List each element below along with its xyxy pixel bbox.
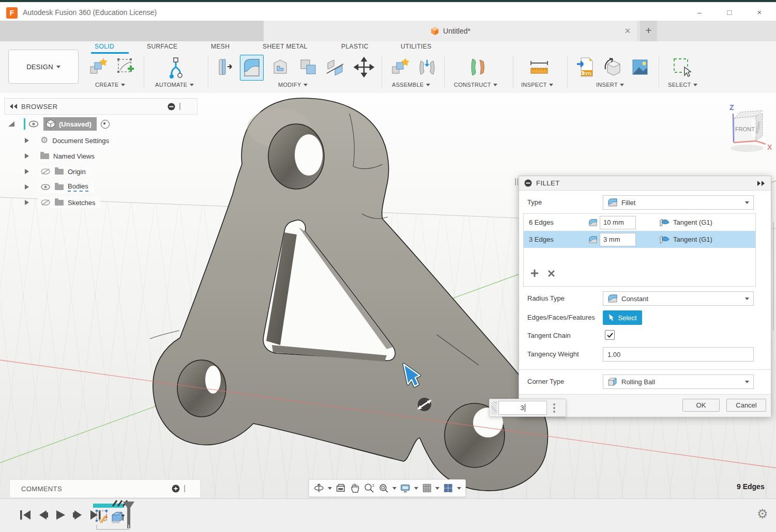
- eye-off-icon[interactable]: [40, 168, 51, 175]
- viewports-caret-icon[interactable]: [457, 487, 461, 490]
- cancel-button[interactable]: Cancel: [726, 399, 766, 412]
- group-automate[interactable]: AUTOMATE: [155, 82, 194, 88]
- shell-icon[interactable]: [269, 55, 292, 80]
- workspace-switcher[interactable]: DESIGN: [8, 50, 79, 84]
- radius-type-dropdown[interactable]: Constant: [603, 291, 754, 306]
- panel-grip[interactable]: [179, 103, 180, 110]
- comments-panel-header[interactable]: COMMENTS: [9, 479, 201, 498]
- dialog-grip[interactable]: [514, 178, 518, 187]
- play-icon[interactable]: [54, 508, 67, 522]
- browser-row-named-views[interactable]: Named Views: [25, 149, 100, 163]
- group-modify[interactable]: MODIFY: [278, 82, 308, 88]
- construct-plane-icon[interactable]: [466, 55, 489, 80]
- dialog-minimize-icon[interactable]: [524, 179, 532, 187]
- step-back-icon[interactable]: [36, 508, 50, 522]
- tangency-weight-input[interactable]: 1.00: [603, 347, 754, 362]
- look-at-icon[interactable]: [335, 482, 346, 494]
- orbit-icon[interactable]: [313, 482, 325, 494]
- new-solid-icon[interactable]: [87, 55, 110, 80]
- create-sketch-icon[interactable]: [114, 55, 136, 80]
- maximize-button[interactable]: □: [722, 7, 737, 19]
- expand-closed-icon[interactable]: [25, 200, 29, 205]
- expand-closed-icon[interactable]: [25, 169, 29, 174]
- eye-off-icon[interactable]: [40, 199, 51, 206]
- radius-value-field[interactable]: 3: [498, 401, 547, 415]
- browser-row-document-settings[interactable]: ⚙ Document Settings: [25, 133, 114, 148]
- expand-dialog-icon[interactable]: [756, 180, 766, 186]
- add-selection-set-icon[interactable]: [530, 269, 539, 278]
- panel-minimize-icon[interactable]: [168, 103, 175, 111]
- automate-icon[interactable]: [164, 55, 187, 80]
- document-tab[interactable]: Untitled*: [264, 21, 637, 41]
- joint-icon[interactable]: [416, 55, 438, 80]
- split-body-icon[interactable]: [324, 55, 346, 80]
- orbit-caret-icon[interactable]: [328, 487, 332, 490]
- browser-row-origin[interactable]: Origin: [25, 164, 91, 179]
- select-box-icon[interactable]: [671, 55, 694, 80]
- view-cube[interactable]: FRONT RIGHT Z X: [716, 101, 774, 157]
- drag-grip-icon[interactable]: [491, 401, 497, 414]
- panel-grip[interactable]: [184, 485, 185, 492]
- browser-row-bodies[interactable]: Bodies: [25, 180, 94, 194]
- fillet-row-2-selected[interactable]: 3 Edges 3 mm Tangent (G1): [524, 231, 755, 248]
- kebab-menu-icon[interactable]: [553, 403, 555, 413]
- insert-mesh-icon[interactable]: [601, 55, 624, 80]
- grid-caret-icon[interactable]: [435, 487, 439, 490]
- fillet-row-1[interactable]: 6 Edges 10 mm Tangent (G1): [524, 214, 755, 231]
- eye-icon[interactable]: [40, 183, 51, 191]
- fit-icon[interactable]: [378, 482, 389, 494]
- tangent-chain-checkbox[interactable]: [605, 330, 615, 340]
- expand-open-icon[interactable]: [7, 120, 16, 128]
- viewports-icon[interactable]: [443, 482, 454, 494]
- measure-icon[interactable]: [528, 55, 551, 80]
- remove-selection-set-icon[interactable]: [547, 270, 555, 277]
- model-body[interactable]: [150, 98, 547, 491]
- move-copy-icon[interactable]: [353, 55, 375, 80]
- display-caret-icon[interactable]: [414, 487, 418, 490]
- group-create[interactable]: CREATE: [95, 82, 125, 88]
- minimize-button[interactable]: –: [692, 7, 707, 19]
- expand-closed-icon[interactable]: [25, 138, 29, 143]
- group-select[interactable]: SELECT: [668, 82, 697, 88]
- tab-sheet-metal[interactable]: SHEET METAL: [263, 43, 308, 53]
- combine-icon[interactable]: [297, 55, 319, 80]
- press-pull-icon[interactable]: [214, 55, 237, 80]
- display-settings-icon[interactable]: [400, 482, 411, 494]
- insert-svg-icon[interactable]: SVG: [574, 55, 597, 80]
- radius-input-row2[interactable]: 3 mm: [600, 233, 636, 246]
- group-construct[interactable]: CONSTRUCT: [454, 82, 497, 88]
- grid-settings-icon[interactable]: [421, 482, 433, 494]
- tab-utilities[interactable]: UTILITIES: [401, 43, 432, 53]
- group-inspect[interactable]: INSPECT: [521, 82, 553, 88]
- viewcube-front-label[interactable]: FRONT: [735, 126, 755, 132]
- radius-input-row1[interactable]: 10 mm: [600, 216, 636, 229]
- expand-closed-icon[interactable]: [25, 153, 29, 159]
- corner-type-dropdown[interactable]: Rolling Ball: [603, 374, 754, 389]
- eye-icon[interactable]: [28, 120, 39, 128]
- group-assemble[interactable]: ASSEMBLE: [392, 82, 430, 88]
- zoom-icon[interactable]: ±: [363, 482, 375, 494]
- tab-close-icon[interactable]: ✕: [622, 26, 633, 36]
- tab-plastic[interactable]: PLASTIC: [341, 43, 369, 53]
- browser-panel-header[interactable]: BROWSER: [4, 98, 197, 115]
- timeline-gear-icon[interactable]: ⚙: [757, 507, 768, 521]
- pan-icon[interactable]: [349, 482, 361, 494]
- sketch-feature-icon[interactable]: [94, 508, 110, 526]
- close-button[interactable]: ×: [752, 7, 767, 19]
- new-tab-button[interactable]: +: [640, 21, 657, 41]
- type-dropdown[interactable]: Fillet: [603, 195, 754, 210]
- step-forward-icon[interactable]: [71, 508, 85, 522]
- collapse-panel-icon[interactable]: [9, 103, 18, 109]
- tab-solid[interactable]: SOLID: [95, 43, 114, 53]
- root-document-chip[interactable]: (Unsaved): [43, 117, 97, 131]
- tab-surface[interactable]: SURFACE: [147, 43, 177, 53]
- go-start-icon[interactable]: [19, 508, 32, 522]
- tab-mesh[interactable]: MESH: [211, 43, 230, 53]
- ok-button[interactable]: OK: [682, 399, 720, 412]
- floating-radius-input[interactable]: 3: [489, 399, 566, 417]
- dialog-header[interactable]: FILLET: [519, 176, 771, 191]
- browser-row-sketches[interactable]: Sketches: [25, 195, 100, 210]
- group-insert[interactable]: INSERT: [596, 82, 624, 88]
- activate-component-radio[interactable]: [101, 120, 110, 129]
- fillet-icon[interactable]: [240, 55, 264, 81]
